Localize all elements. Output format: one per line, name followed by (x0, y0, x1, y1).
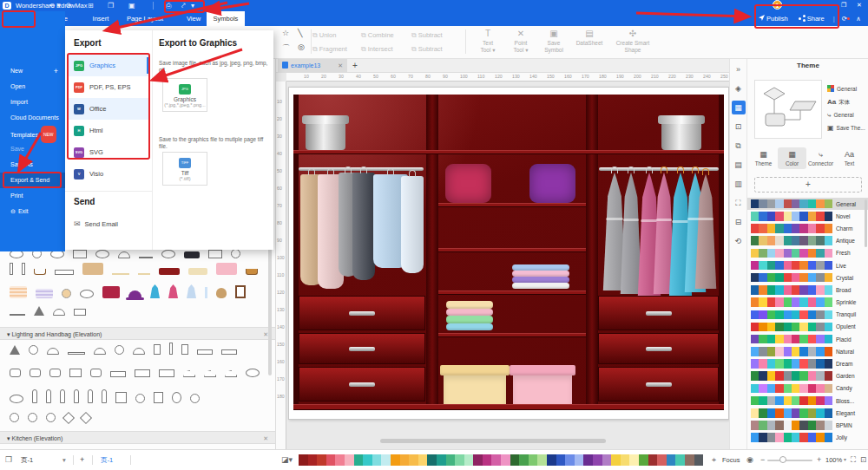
color-swatch[interactable] (455, 454, 464, 466)
symbol-line[interactable] (10, 314, 25, 316)
palette-dream[interactable]: Dream (747, 357, 868, 369)
add-page-button[interactable]: + (80, 450, 84, 470)
color-swatch[interactable] (409, 454, 418, 466)
image-icon[interactable]: ⊡ (732, 120, 746, 134)
minimize-icon[interactable]: — (825, 2, 832, 8)
symbol-rect[interactable] (110, 371, 126, 377)
color-swatch[interactable] (308, 454, 318, 466)
zoom-in-button[interactable]: + (817, 450, 821, 470)
symbol-fig[interactable] (46, 389, 51, 403)
color-swatch[interactable] (537, 454, 547, 466)
page-selector[interactable]: 页-1 (21, 450, 33, 470)
sync-button[interactable]: ⟳ (842, 15, 847, 23)
storage-box[interactable] (513, 365, 572, 404)
palette-antique[interactable]: Antique (747, 235, 868, 247)
symbol-teddy[interactable] (216, 288, 227, 298)
symbol-line[interactable] (205, 287, 207, 298)
drawer[interactable] (598, 296, 719, 330)
symbol-mirror[interactable] (235, 285, 246, 298)
symbol-bag[interactable] (30, 369, 41, 377)
color-swatch[interactable] (547, 454, 556, 466)
symbol-bag[interactable] (90, 369, 102, 377)
theme-tab-color[interactable]: ▦Color (778, 147, 806, 169)
symbol-rect[interactable] (69, 369, 82, 377)
symbol-rect[interactable] (159, 369, 174, 377)
export-format-visio[interactable]: VVisio (69, 163, 148, 185)
tab-insert[interactable]: Insert (87, 11, 115, 26)
color-swatch[interactable] (473, 454, 483, 466)
symbol-rect[interactable] (68, 352, 85, 355)
symbol-dress[interactable] (187, 284, 196, 298)
section-close-icon[interactable]: ✕ (263, 432, 268, 445)
symbol-rect[interactable] (74, 309, 86, 316)
symbol-gem[interactable] (10, 413, 19, 422)
color-swatch[interactable] (400, 454, 410, 466)
theme-tab-theme[interactable]: ▦Theme (749, 147, 778, 169)
symbol-circle[interactable] (29, 345, 38, 355)
color-swatch[interactable] (317, 454, 326, 466)
symbol-oval[interactable] (172, 392, 181, 403)
symbol-bar[interactable] (216, 263, 237, 275)
color-swatch[interactable] (529, 454, 538, 466)
palette-scrollbar[interactable] (865, 199, 867, 247)
symbol-hat[interactable] (128, 290, 141, 298)
symbol-dia[interactable] (62, 412, 75, 424)
file-menu-item-print[interactable]: Print (0, 188, 65, 204)
theme-color-scheme-row[interactable]: General (827, 85, 857, 92)
fit-page-icon[interactable]: ⊡ (860, 450, 866, 470)
file-menu-item-new[interactable]: New+ (0, 63, 65, 79)
tab-view[interactable]: View (181, 11, 207, 26)
color-swatch[interactable] (501, 454, 510, 466)
bool-op-union-button[interactable]: ⧉Union (312, 29, 361, 42)
zoom-caret-icon[interactable]: ▾ (844, 450, 846, 470)
symbol-tri[interactable] (10, 345, 20, 355)
symbol-gem[interactable] (28, 413, 37, 422)
symbol-line[interactable] (138, 273, 150, 275)
symbol-oval[interactable] (95, 250, 109, 258)
symbol-fig[interactable] (102, 389, 107, 403)
symbol-dome[interactable] (94, 348, 106, 355)
file-menu-item-templates[interactable]: TemplatesNEW (0, 126, 65, 141)
color-swatch[interactable] (667, 454, 676, 466)
symbol-rect[interactable] (115, 392, 127, 403)
color-swatch[interactable] (391, 454, 400, 466)
tool-text-button[interactable]: TText Tool ▾ (473, 28, 503, 53)
export-format-html[interactable]: HHtml (69, 120, 148, 141)
tool-datasheet-button[interactable]: ▤DataSheet (572, 28, 607, 53)
palette-live[interactable]: Live (747, 259, 868, 271)
symbol-candle[interactable] (22, 263, 25, 275)
palette-sprinkle[interactable]: Sprinkle (747, 297, 868, 309)
file-menu-item-open[interactable]: Open (0, 79, 65, 95)
color-swatch[interactable] (363, 454, 372, 466)
palette-placid[interactable]: Placid (747, 333, 868, 345)
color-swatch[interactable] (675, 454, 685, 466)
tool-create-smart-button[interactable]: ✣Create Smart Shape (610, 28, 655, 53)
pillow[interactable] (529, 164, 575, 203)
theme-preview[interactable] (754, 80, 822, 139)
tab-page-layout[interactable]: Page Layout (115, 11, 175, 26)
color-swatch[interactable] (335, 454, 345, 466)
star-shape-tool-icon[interactable]: ☆ (282, 29, 289, 37)
graphics-export-card[interactable]: JPG Graphics (*.jpg,*.jpeg,*.png... (162, 78, 207, 112)
symbol-bar[interactable] (184, 251, 200, 258)
drawer[interactable] (299, 333, 425, 364)
color-swatch[interactable] (621, 454, 630, 466)
wardrobe-diagram[interactable] (293, 95, 724, 410)
drawer[interactable] (598, 367, 719, 401)
symbol-dome[interactable] (47, 348, 59, 355)
export-format-svg[interactable]: SVGSVG (69, 141, 148, 163)
color-swatch[interactable] (575, 454, 584, 466)
color-swatch[interactable] (648, 454, 658, 466)
freeform-tool-icon[interactable]: ◎ (298, 42, 305, 51)
page-selector-caret-icon[interactable]: ▾ (62, 450, 66, 470)
palette-fresh[interactable]: Fresh (747, 247, 868, 259)
towel-stack[interactable] (512, 264, 569, 289)
symbol-heel[interactable] (225, 370, 237, 377)
symbol-rect[interactable] (181, 344, 188, 355)
color-swatch[interactable] (694, 454, 704, 466)
color-swatch[interactable] (446, 454, 456, 466)
export-format-graphics[interactable]: JPGGraphics (69, 55, 148, 76)
theme-tab-text[interactable]: AaText (835, 147, 864, 169)
maximize-icon[interactable]: ❐ (841, 2, 846, 9)
color-swatch[interactable] (685, 454, 694, 466)
